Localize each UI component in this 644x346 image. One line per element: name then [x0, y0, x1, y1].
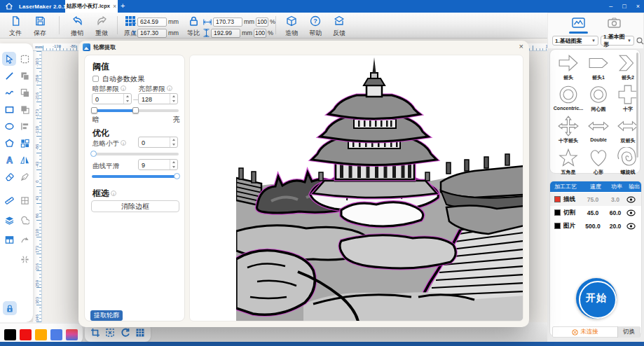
tab-close-icon[interactable]: ×: [113, 3, 116, 10]
cut-color-swatch[interactable]: [554, 209, 561, 216]
save-button[interactable]: 保存: [27, 14, 53, 37]
width-pct-input[interactable]: 100: [256, 18, 268, 27]
mirror-tool[interactable]: [18, 153, 32, 167]
search-icon[interactable]: [636, 37, 644, 45]
process-row-cut[interactable]: 切割 45.0 60.0: [550, 206, 641, 219]
height-pct-input[interactable]: 100: [254, 29, 266, 38]
cut-visible-icon[interactable]: [626, 209, 636, 216]
node-edit-tool[interactable]: [18, 233, 32, 247]
ellipse-tool[interactable]: [2, 119, 16, 133]
box-3d-icon: [286, 15, 297, 27]
weld-tool[interactable]: [18, 213, 32, 227]
help-button[interactable]: ? 帮助: [303, 14, 328, 37]
minimize-button[interactable]: –: [609, 3, 612, 10]
create-button[interactable]: 造物: [279, 14, 304, 37]
y-input[interactable]: 167.30: [137, 29, 167, 38]
array-tool[interactable]: [18, 136, 32, 150]
smooth-slider[interactable]: [92, 175, 179, 178]
shape-double-arrow[interactable]: Double: [584, 116, 612, 146]
pattern-category-select[interactable]: 1.基础图案▼: [552, 36, 598, 46]
height-input[interactable]: 192.99: [211, 29, 240, 38]
union-tool[interactable]: [18, 69, 32, 83]
ignore-input[interactable]: 0: [138, 137, 178, 148]
dark-limit-input[interactable]: 0: [92, 93, 132, 104]
close-button[interactable]: ×: [636, 3, 640, 10]
send-backward-tool[interactable]: [18, 102, 32, 116]
explode-tool[interactable]: [18, 252, 32, 266]
color-palette: [0, 324, 83, 343]
color-black[interactable]: [4, 329, 16, 340]
measure-tool[interactable]: [2, 193, 16, 207]
marquee-tool[interactable]: [18, 52, 32, 66]
help-icon: ?: [310, 15, 321, 27]
ratio-lock-button[interactable]: 等比: [183, 14, 204, 37]
select-tool[interactable]: [2, 52, 16, 66]
width-input[interactable]: 170.73: [213, 18, 242, 27]
lock-canvas-button[interactable]: [3, 301, 17, 315]
process-row-image[interactable]: 图片 500.0 20.0: [550, 219, 641, 233]
document-tab[interactable]: 姑苏塔小夜灯.lcpx×: [65, 0, 118, 13]
file-button[interactable]: 文件: [3, 14, 28, 37]
rectangle-tool[interactable]: [2, 102, 16, 116]
x-input[interactable]: 624.59: [137, 18, 167, 27]
bring-forward-tool[interactable]: [18, 85, 32, 99]
table-tool[interactable]: [2, 233, 16, 247]
dialog-close-icon[interactable]: ×: [519, 42, 523, 50]
line-tool[interactable]: [2, 69, 16, 83]
gallery-scrollbar[interactable]: [636, 53, 638, 158]
switch-device-button[interactable]: 切换: [617, 326, 640, 338]
dialog-icon: [83, 43, 90, 51]
pen-tool[interactable]: [18, 169, 32, 184]
shape-concentric[interactable]: Concentric...: [554, 84, 582, 115]
extract-contour-button[interactable]: 提取轮廓: [90, 310, 123, 321]
bright-limit-input[interactable]: 128: [138, 93, 178, 104]
trace-color-swatch[interactable]: [554, 196, 561, 202]
feedback-button[interactable]: 反馈: [327, 14, 352, 37]
contour-extraction-dialog: 轮廓提取 × 阈值 自动参数效果 暗部界限i 亮部界限i 0 — 128 暗 亮…: [78, 41, 529, 327]
remove-border-button[interactable]: 消除边框: [91, 200, 179, 212]
align-tool[interactable]: [18, 119, 32, 133]
camera-tab-icon[interactable]: [608, 18, 621, 28]
shape-star[interactable]: 五角星: [554, 147, 582, 178]
refresh-icon[interactable]: [121, 328, 130, 338]
ignore-slider[interactable]: [92, 153, 179, 155]
threshold-slider[interactable]: [92, 109, 179, 112]
redo-button[interactable]: 重做: [89, 14, 114, 37]
vertical-ruler: -303 -259 -216 -173 -130 -86 -43 0 43 86…: [33, 51, 42, 322]
shape-cross-arrow[interactable]: 十字箭头: [554, 116, 582, 146]
shape-arrow1[interactable]: 箭头1: [584, 53, 612, 83]
gallery-tab-icon[interactable]: [572, 18, 585, 28]
maximize-button[interactable]: □: [622, 3, 626, 10]
layers-tool[interactable]: [2, 213, 16, 227]
new-tab-button[interactable]: +: [121, 1, 125, 10]
crop-icon[interactable]: [90, 328, 100, 338]
color-red[interactable]: [20, 329, 32, 340]
start-button[interactable]: 开始: [576, 278, 617, 319]
shape-arrow[interactable]: 箭头: [554, 53, 582, 83]
auto-params-checkbox[interactable]: [93, 76, 99, 82]
image-color-swatch[interactable]: [554, 223, 561, 229]
text-tool[interactable]: A: [2, 153, 16, 167]
grid-icon[interactable]: [135, 328, 145, 338]
shape-gallery: 箭头 箭头1 箭头2 Concentric... 同心圆 十字 十字箭头 Dou…: [549, 49, 640, 174]
shape-concentric-circle[interactable]: 同心圆: [584, 84, 612, 115]
frame-tool[interactable]: [18, 193, 32, 207]
color-blue[interactable]: [50, 329, 62, 340]
undo-button[interactable]: 撤销: [64, 14, 90, 37]
process-row-trace[interactable]: 描线 75.0 3.0: [550, 193, 641, 206]
redo-icon: [96, 15, 108, 27]
width-icon: [203, 19, 212, 25]
eraser-tool[interactable]: [2, 169, 16, 184]
trace-visible-icon[interactable]: [626, 196, 636, 203]
smooth-input[interactable]: 9: [138, 159, 178, 170]
home-icon[interactable]: [5, 2, 13, 11]
select-region-icon[interactable]: [105, 328, 115, 338]
polygon-tool[interactable]: [2, 136, 16, 150]
shape-heart[interactable]: 心形: [584, 147, 612, 178]
curve-tool[interactable]: [2, 85, 16, 99]
image-visible-icon[interactable]: [626, 223, 636, 230]
shape-category-select[interactable]: 1.基本图形▼: [601, 36, 634, 46]
bright-label: 亮: [173, 115, 180, 125]
color-rainbow[interactable]: [66, 329, 78, 340]
color-orange[interactable]: [35, 329, 47, 340]
